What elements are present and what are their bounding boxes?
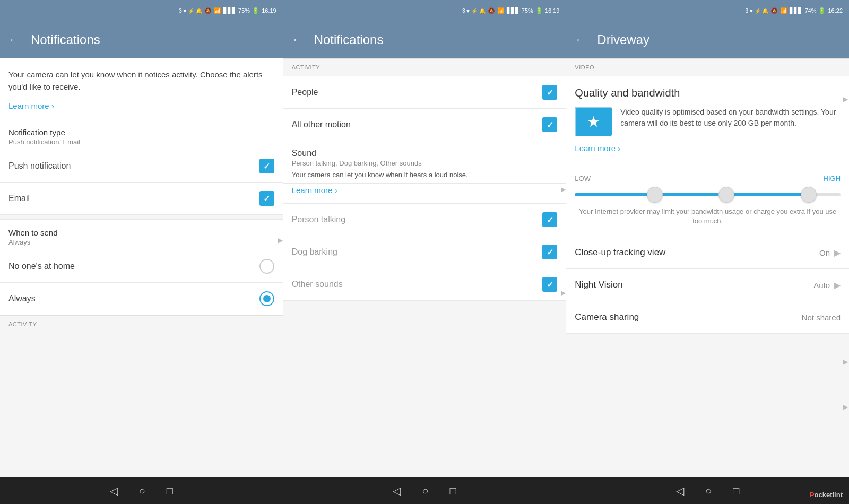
battery-pct-1: 75% — [238, 7, 250, 14]
dog-barking-item[interactable]: Dog barking — [283, 236, 566, 268]
wifi-icon-3: 📶 — [780, 7, 787, 14]
notification-type-subtitle: Push notification, Email — [8, 138, 274, 146]
email-item[interactable]: Email — [0, 183, 283, 215]
back-nav-icon-1[interactable]: ◁ — [110, 484, 118, 497]
bottom-nav-2: ◁ ○ □ — [283, 477, 567, 504]
people-item[interactable]: People — [283, 76, 566, 109]
night-vision-item[interactable]: Night Vision Auto ▶ — [566, 269, 849, 301]
person-talking-checkbox[interactable] — [542, 212, 557, 227]
sound-description: Your camera can let you know when it hea… — [292, 170, 558, 180]
close-up-chevron: ▶ — [834, 248, 841, 258]
when-to-send-section: When to send Always — [0, 219, 283, 250]
activity-label-1: ACTIVITY — [0, 315, 283, 333]
time-3: 16:22 — [828, 7, 843, 14]
slider-thumb-right[interactable] — [801, 187, 817, 203]
dog-barking-checkbox[interactable] — [542, 245, 557, 259]
bottom-navigation-bars: ◁ ○ □ ◁ ○ □ ◁ ○ □ Pocketlint — [0, 477, 849, 504]
slider-track[interactable] — [575, 193, 841, 196]
status-bars: 3 ♥ ⚡ 🔔 🔕 📶 ▋▋▋ 75% 🔋 16:19 3 ♥ ⚡ 🔔 🔕 📶 … — [0, 0, 849, 21]
slider-labels: LOW HIGH — [575, 175, 841, 183]
no-one-home-label: No one's at home — [8, 262, 75, 271]
back-nav-icon-2[interactable]: ◁ — [393, 484, 401, 497]
learn-more-link-2[interactable]: Learn more — [283, 184, 566, 204]
battery-icon-1: 🔋 — [252, 7, 259, 14]
panel-title-2: Notifications — [314, 32, 384, 47]
menu-nav-icon-3[interactable]: □ — [733, 485, 739, 497]
no-one-home-item[interactable]: No one's at home — [0, 250, 283, 283]
panel-title-1: Notifications — [31, 32, 100, 47]
people-checkbox[interactable] — [542, 85, 557, 100]
quality-title: Quality and bandwidth — [575, 87, 841, 99]
learn-more-link-3[interactable]: Learn more — [575, 142, 841, 161]
bottom-nav-3: ◁ ○ □ Pocketlint — [566, 477, 849, 504]
menu-nav-icon-2[interactable]: □ — [450, 485, 456, 497]
slider-thumb-left[interactable] — [647, 187, 663, 203]
back-button-2[interactable]: ← — [292, 33, 304, 47]
quality-icon — [575, 107, 612, 136]
panel-header-1: ← Notifications — [0, 21, 283, 58]
status-icons-1: 3 ♥ ⚡ 🔔 — [179, 8, 202, 14]
other-sounds-checkbox[interactable] — [542, 277, 557, 292]
quality-section: Quality and bandwidth Video quality is o… — [566, 76, 849, 168]
battery-icon-2: 🔋 — [535, 7, 543, 14]
person-talking-item[interactable]: Person talking — [283, 204, 566, 236]
home-nav-icon-2[interactable]: ○ — [422, 485, 428, 497]
mute-icon-2: 🔕 — [488, 7, 495, 14]
home-nav-icon-1[interactable]: ○ — [139, 485, 145, 497]
cellular-1: ▋▋▋ — [223, 7, 236, 14]
push-notification-checkbox[interactable] — [259, 159, 274, 173]
panel-notifications-2: ← Notifications ACTIVITY People All othe… — [283, 21, 567, 477]
bandwidth-slider-section: LOW HIGH Your Internet provider may limi… — [566, 168, 849, 237]
sound-title: Sound — [292, 149, 558, 158]
other-sounds-item[interactable]: Other sounds — [283, 268, 566, 301]
other-sounds-label: Other sounds — [292, 280, 343, 289]
close-up-tracking-label: Close-up tracking view — [575, 247, 665, 258]
when-to-send-title: When to send — [8, 228, 274, 237]
all-other-motion-label: All other motion — [292, 120, 351, 129]
panel-title-3: Driveway — [597, 32, 649, 47]
scroll-caret-1: ▶ — [278, 237, 283, 244]
mute-icon-3: 🔕 — [770, 7, 778, 14]
scroll-caret-2b: ▶ — [561, 289, 566, 297]
always-item[interactable]: Always — [0, 283, 283, 315]
all-other-motion-checkbox[interactable] — [542, 117, 557, 132]
main-panels: ← Notifications Your camera can let you … — [0, 21, 849, 477]
camera-sharing-item[interactable]: Camera sharing Not shared — [566, 301, 849, 334]
back-button-3[interactable]: ← — [575, 33, 586, 47]
when-to-send-subtitle: Always — [8, 238, 274, 246]
menu-nav-icon-1[interactable]: □ — [167, 485, 173, 497]
no-one-home-radio[interactable] — [259, 259, 274, 274]
scroll-caret-2a: ▶ — [561, 186, 566, 193]
learn-more-link-1[interactable]: Learn more — [0, 99, 283, 119]
back-button-1[interactable]: ← — [8, 33, 20, 47]
push-notification-item[interactable]: Push notification — [0, 150, 283, 183]
always-radio[interactable] — [259, 291, 274, 306]
email-checkbox[interactable] — [259, 191, 274, 206]
sound-header: Sound Person talking, Dog barking, Other… — [283, 141, 566, 184]
all-other-motion-item[interactable]: All other motion — [283, 109, 566, 141]
close-up-tracking-item[interactable]: Close-up tracking view On ▶ — [566, 237, 849, 269]
notification-type-title: Notification type — [8, 128, 274, 137]
camera-sharing-value: Not shared — [802, 313, 841, 322]
home-nav-icon-3[interactable]: ○ — [705, 485, 712, 497]
wifi-icon-2: 📶 — [497, 7, 505, 14]
camera-sharing-label: Camera sharing — [575, 312, 639, 323]
bottom-nav-1: ◁ ○ □ — [0, 477, 283, 504]
back-nav-icon-3[interactable]: ◁ — [676, 484, 684, 497]
time-1: 16:19 — [262, 7, 276, 14]
battery-pct-2: 75% — [522, 7, 533, 14]
panel-header-3: ← Driveway — [566, 21, 849, 58]
sound-subtitle: Person talking, Dog barking, Other sound… — [292, 159, 558, 167]
status-bar-1: 3 ♥ ⚡ 🔔 🔕 📶 ▋▋▋ 75% 🔋 16:19 — [0, 0, 283, 21]
slider-thumb-mid[interactable] — [718, 187, 734, 203]
night-vision-value: Auto ▶ — [813, 280, 841, 290]
people-label: People — [292, 88, 318, 97]
battery-icon-3: 🔋 — [818, 7, 826, 14]
mute-icon-1: 🔕 — [204, 7, 212, 14]
scroll-caret-3b: ▶ — [843, 358, 848, 366]
push-notification-label: Push notification — [8, 161, 71, 171]
cellular-2: ▋▋▋ — [507, 7, 519, 14]
panel-header-2: ← Notifications — [283, 21, 566, 58]
status-bar-3: 3 ♥ ⚡ 🔔 🔕 📶 ▋▋▋ 74% 🔋 16:22 — [566, 0, 849, 21]
scroll-caret-3a: ▶ — [843, 95, 848, 103]
